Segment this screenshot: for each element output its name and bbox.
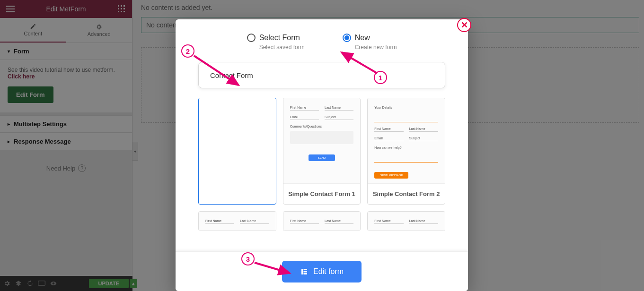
tpl-field: First Name — [205, 219, 234, 224]
tpl-field: Last Name — [325, 219, 353, 224]
radio-new-form-sub: Create new form — [355, 44, 397, 51]
tpl-field: First Name — [290, 106, 319, 111]
tpl-field: Last Name — [240, 219, 269, 224]
template-simple-contact-2[interactable]: Your Details First NameLast Name EmailSu… — [367, 98, 445, 205]
tpl-submit-button: SEND MESSAGE — [374, 172, 408, 179]
modal-close-button[interactable]: ✕ — [457, 18, 471, 32]
annotation-badge-3: 3 — [241, 252, 255, 265]
template-row2-b[interactable]: First NameLast Name — [283, 211, 361, 231]
template-label: Simple Contact Form 1 — [283, 183, 361, 204]
elementor-icon — [300, 267, 309, 276]
form-name-input[interactable]: Contact Form — [198, 62, 445, 88]
template-row2-a[interactable]: First NameLast Name — [198, 211, 276, 231]
tpl-field: Subject — [325, 115, 353, 120]
radio-new-form[interactable]: New Create new form — [343, 34, 397, 51]
radio-unchecked-icon — [247, 34, 256, 42]
tpl-field: Email — [290, 115, 319, 120]
tpl-submit-button: SEND — [309, 154, 335, 161]
tpl-field: First Name — [374, 219, 403, 224]
annotation-badge-1: 1 — [374, 71, 387, 84]
form-name-value: Contact Form — [210, 71, 253, 79]
tpl-field: First Name — [374, 127, 403, 132]
template-label: Simple Contact Form 2 — [368, 183, 445, 204]
tpl-field: Subject — [409, 137, 438, 141]
radio-select-form-label: Select Form — [259, 34, 300, 42]
tpl-field: How can we help? — [374, 146, 438, 163]
radio-select-form-sub: Select saved form — [259, 44, 305, 51]
template-row2-c[interactable]: First NameLast Name — [367, 211, 445, 231]
modal-edit-form-label: Edit form — [313, 267, 344, 276]
close-icon: ✕ — [461, 20, 468, 30]
tpl-field: Comments/Questions — [290, 125, 354, 129]
template-blank[interactable] — [198, 98, 276, 205]
annotation-badge-2: 2 — [181, 44, 194, 58]
radio-checked-icon — [343, 34, 351, 42]
modal-footer: Edit form — [176, 251, 468, 291]
template-simple-contact-1[interactable]: First NameLast Name EmailSubject Comment… — [283, 98, 361, 205]
radio-new-form-label: New — [355, 34, 370, 42]
tpl-textarea — [290, 131, 354, 144]
tpl-section-title: Your Details — [374, 106, 438, 122]
tpl-field: Email — [374, 137, 403, 141]
modal-mode-selector: Select Form Select saved form New Create… — [176, 19, 468, 62]
template-grid: First NameLast Name EmailSubject Comment… — [176, 98, 468, 240]
tpl-field: Last Name — [325, 106, 353, 111]
tpl-field: Last Name — [409, 219, 438, 224]
form-picker-modal: Select Form Select saved form New Create… — [176, 19, 468, 291]
radio-select-form[interactable]: Select Form Select saved form — [247, 34, 305, 51]
tpl-field: Last Name — [409, 127, 438, 132]
tpl-field: First Name — [290, 219, 319, 224]
modal-edit-form-button[interactable]: Edit form — [282, 261, 362, 282]
